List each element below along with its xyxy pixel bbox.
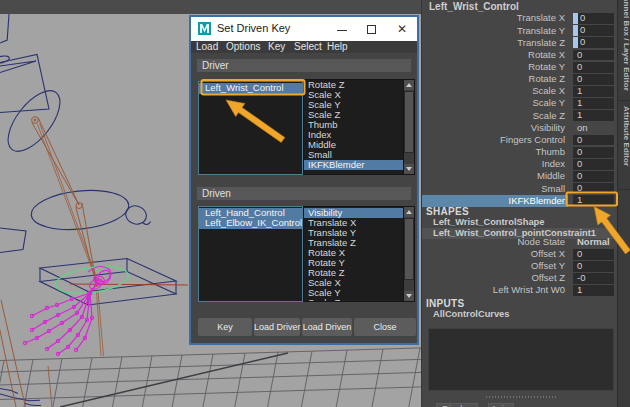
list-item-translate-y[interactable]: Translate Y (304, 228, 403, 238)
channel-attr-value[interactable]: on (577, 122, 588, 134)
scroll-down-button[interactable] (404, 291, 414, 301)
layer-editor-tab-anim[interactable]: Anim (488, 403, 514, 407)
maximize-icon (367, 25, 376, 34)
scroll-down-button[interactable] (404, 164, 414, 174)
channel-attr-value-field[interactable]: 0 (573, 13, 614, 24)
channel-row-translate-x: Translate X0 (422, 12, 618, 24)
channel-attr-label: Small (422, 183, 565, 195)
list-item-ikfkblemder[interactable]: IKFKBlemder (304, 160, 403, 170)
list-item-middle[interactable]: Middle (304, 140, 403, 150)
keyed-channel-marker (573, 25, 578, 36)
menu-options[interactable]: Options (226, 41, 260, 53)
scrollbar[interactable] (404, 206, 415, 302)
set-driven-key-dialog: Set Driven Key ✕ LoadOptionsKeySelectHel… (189, 15, 419, 345)
channel-attr-label: Rotate Z (422, 73, 565, 85)
channel-attr-value-field[interactable]: 0 (573, 261, 614, 272)
scrollbar[interactable] (404, 79, 415, 175)
load-driven-button[interactable]: Load Driven (302, 318, 352, 336)
channel-attr-value: 0 (577, 248, 582, 259)
keyed-channel-marker (573, 37, 578, 48)
list-item-small[interactable]: Small (304, 150, 403, 160)
list-item-translate-z[interactable]: Translate Z (304, 238, 403, 248)
list-item-rotate-x[interactable]: Rotate X (304, 248, 403, 258)
channel-attr-value-field[interactable]: 0 (573, 135, 614, 146)
channel-attr-value-field[interactable]: 1 (573, 86, 614, 97)
tab-attribute-editor[interactable]: Attribute Editor (618, 106, 630, 166)
list-item-scale-z[interactable]: Scale Z (304, 110, 403, 120)
scroll-thumb[interactable] (404, 218, 414, 280)
channel-attr-value-field[interactable]: 1 (573, 110, 614, 121)
channel-attr-value-field[interactable]: 0 (573, 183, 614, 194)
minimize-button[interactable] (328, 17, 356, 41)
channel-attr-value[interactable]: Normal (577, 236, 610, 248)
list-item-left_hand_control[interactable]: Left_Hand_Control (199, 208, 302, 219)
channel-attr-value-field[interactable]: 1 (573, 195, 614, 206)
channel-row-offset-x: Offset X0 (422, 248, 618, 260)
shape-node-name[interactable]: Left_Wrist_ControlShape (433, 217, 544, 227)
dialog-titlebar[interactable]: Set Driven Key ✕ (191, 17, 417, 41)
channel-attr-value: -0 (577, 272, 585, 283)
right-sidebar: Channel Box / Layer Editor Attribute Edi… (617, 0, 630, 407)
menu-key[interactable]: Key (268, 41, 285, 53)
channel-attr-value-field[interactable]: 0 (573, 25, 614, 36)
scroll-thumb[interactable] (404, 91, 414, 153)
channel-attr-value-field[interactable]: 0 (573, 159, 614, 170)
channel-row-scale-x: Scale X1 (422, 85, 618, 97)
axis-line (70, 284, 188, 285)
keyed-channel-marker (573, 13, 578, 24)
list-item-scale-z[interactable]: Scale Z (304, 298, 403, 302)
list-item-left_wrist_control[interactable]: Left_Wrist_Control (199, 83, 302, 94)
channel-attr-value-field[interactable]: 0 (573, 249, 614, 260)
channel-attr-value: 0 (577, 49, 582, 60)
layer-editor-empty-area (428, 328, 614, 391)
menu-load[interactable]: Load (196, 41, 218, 53)
close-button[interactable]: Close (354, 318, 416, 336)
close-button[interactable]: ✕ (388, 17, 416, 41)
ground-grid (0, 348, 421, 407)
list-item-thumb[interactable]: Thumb (304, 120, 403, 130)
channel-attr-value: 0 (577, 260, 582, 271)
channel-attr-value-field[interactable]: -0 (573, 273, 614, 284)
tab-channel-box-layer-editor[interactable]: Channel Box / Layer Editor (618, 0, 630, 91)
list-item-scale-y[interactable]: Scale Y (304, 100, 403, 110)
channel-attr-value-field[interactable]: 0 (573, 147, 614, 158)
menu-help[interactable]: Help (327, 41, 348, 53)
list-item-rotate-y[interactable]: Rotate Y (304, 258, 403, 268)
driven-section-header: Driven (197, 187, 411, 200)
channel-attr-value-field[interactable]: 1 (573, 285, 614, 296)
load-driver-button[interactable]: Load Driver (254, 318, 300, 336)
list-item-visibility[interactable]: Visibility (304, 208, 403, 218)
inputs-section-header: INPUTS (426, 298, 464, 309)
channel-attr-value: 0 (577, 182, 582, 193)
dialog-menubar: LoadOptionsKeySelectHelp (191, 41, 417, 53)
channel-attr-value-field[interactable]: 0 (573, 62, 614, 73)
list-item-index[interactable]: Index (304, 130, 403, 140)
channel-attr-value: 0 (577, 146, 582, 157)
maximize-button[interactable] (358, 17, 386, 41)
scroll-down-icon (406, 294, 412, 298)
channel-attr-value-field[interactable]: 1 (573, 98, 614, 109)
channel-attr-value: 1 (577, 284, 582, 295)
dialog-body: DriverLeft_Wrist_ControlRotate ZScale XS… (191, 53, 417, 343)
input-node-name[interactable]: AllControlCurves (433, 309, 509, 319)
channel-attr-value-field[interactable]: 0 (573, 171, 614, 182)
list-item-scale-x[interactable]: Scale X (304, 90, 403, 100)
channel-attr-value-field[interactable]: 0 (573, 37, 614, 48)
list-item-rotate-z[interactable]: Rotate Z (304, 268, 403, 278)
scroll-up-button[interactable] (404, 207, 414, 217)
list-item-rotate-z[interactable]: Rotate Z (304, 80, 403, 90)
scroll-up-button[interactable] (404, 80, 414, 90)
channel-attr-value-field[interactable]: 0 (573, 50, 614, 61)
layer-editor-tab-display[interactable]: Display (436, 403, 478, 407)
key-button[interactable]: Key (198, 318, 252, 336)
channel-attr-value-field[interactable]: 0 (573, 74, 614, 85)
list-item-scale-x[interactable]: Scale X (304, 278, 403, 288)
list-item-scale-y[interactable]: Scale Y (304, 288, 403, 298)
maya-screen: Left_Wrist_Control Translate X0Translate… (0, 0, 630, 407)
menu-select[interactable]: Select (294, 41, 322, 53)
list-item-translate-x[interactable]: Translate X (304, 218, 403, 228)
list-item-left_elbow_ik_control[interactable]: Left_Elbow_IK_Control (199, 218, 302, 229)
channel-row-small: Small0 (422, 183, 618, 195)
panel-resize-handle[interactable] (486, 396, 556, 398)
channel-row-rotate-x: Rotate X0 (422, 49, 618, 61)
